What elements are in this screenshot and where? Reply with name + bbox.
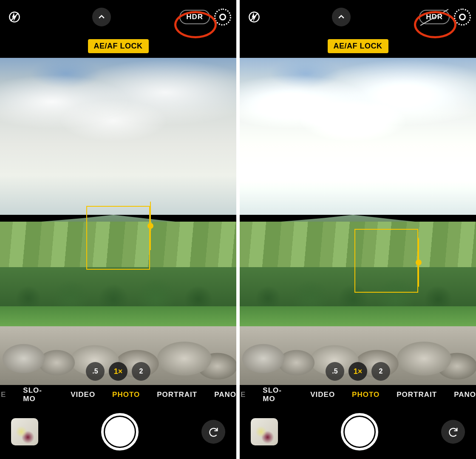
mode-video[interactable]: VIDEO (310, 391, 335, 399)
expand-controls-button[interactable] (332, 8, 351, 26)
mode-pano[interactable]: PANO (214, 391, 236, 399)
expand-controls-button[interactable] (92, 8, 111, 26)
mode-timelapse-partial[interactable]: E (241, 391, 246, 399)
sky-region (240, 58, 476, 215)
mode-timelapse-partial[interactable]: E (1, 391, 6, 399)
hdr-toggle[interactable]: HDR (419, 10, 450, 24)
mode-selector[interactable]: E SLO-MO VIDEO PHOTO PORTRAIT PANO (240, 385, 476, 405)
mode-portrait[interactable]: PORTRAIT (157, 391, 197, 399)
mode-video[interactable]: VIDEO (71, 391, 95, 399)
zoom-0-5x[interactable]: .5 (86, 362, 105, 381)
flash-off-icon[interactable] (5, 8, 24, 26)
ae-af-lock-badge: AE/AF LOCK (88, 39, 149, 53)
zoom-1x[interactable]: 1× (348, 362, 367, 381)
flash-off-icon[interactable] (245, 8, 264, 26)
switch-camera-button[interactable] (441, 420, 465, 444)
last-photo-thumbnail[interactable] (251, 418, 278, 445)
bottom-controls (0, 405, 236, 459)
bottom-controls (240, 405, 476, 459)
ae-af-lock-bar: AE/AF LOCK (240, 34, 476, 58)
zoom-1x[interactable]: 1× (109, 362, 128, 381)
mode-photo[interactable]: PHOTO (112, 391, 140, 399)
svg-line-1 (11, 13, 19, 21)
hdr-disabled-slash-icon (420, 9, 449, 26)
mode-slomo[interactable]: SLO-MO (23, 386, 54, 403)
hdr-toggle[interactable]: HDR (179, 10, 210, 24)
ae-af-lock-badge: AE/AF LOCK (328, 39, 388, 53)
mode-pano[interactable]: PANO (454, 391, 476, 399)
sky-region (0, 58, 236, 215)
top-controls: HDR (240, 0, 476, 34)
viewfinder[interactable]: .5 1× 2 (240, 58, 476, 385)
zoom-0-5x[interactable]: .5 (326, 362, 344, 381)
switch-camera-button[interactable] (201, 420, 225, 444)
focus-indicator (86, 206, 150, 270)
mode-portrait[interactable]: PORTRAIT (397, 391, 437, 399)
zoom-2x[interactable]: 2 (371, 362, 390, 381)
top-controls: HDR (0, 0, 236, 34)
camera-screenshot-left: HDR AE/AF LOCK .5 1× 2 E SLO-MO VIDEO PH… (0, 0, 236, 459)
shutter-button[interactable] (341, 413, 378, 450)
zoom-controls: .5 1× 2 (326, 362, 390, 381)
viewfinder[interactable]: .5 1× 2 (0, 58, 236, 385)
mode-photo[interactable]: PHOTO (352, 391, 380, 399)
zoom-controls: .5 1× 2 (86, 362, 150, 381)
camera-screenshot-right: HDR AE/AF LOCK .5 1× 2 E SLO-MO VIDEO PH… (240, 0, 476, 459)
live-photo-toggle[interactable] (214, 9, 231, 26)
last-photo-thumbnail[interactable] (11, 418, 38, 445)
ae-af-lock-bar: AE/AF LOCK (0, 34, 236, 58)
shutter-button[interactable] (101, 413, 139, 450)
live-photo-toggle[interactable] (454, 9, 471, 26)
zoom-2x[interactable]: 2 (132, 362, 150, 381)
hdr-label: HDR (186, 13, 203, 21)
mode-selector[interactable]: E SLO-MO VIDEO PHOTO PORTRAIT PANO (0, 385, 236, 405)
mode-slomo[interactable]: SLO-MO (263, 386, 293, 403)
focus-indicator (354, 229, 418, 293)
svg-line-3 (250, 13, 258, 21)
